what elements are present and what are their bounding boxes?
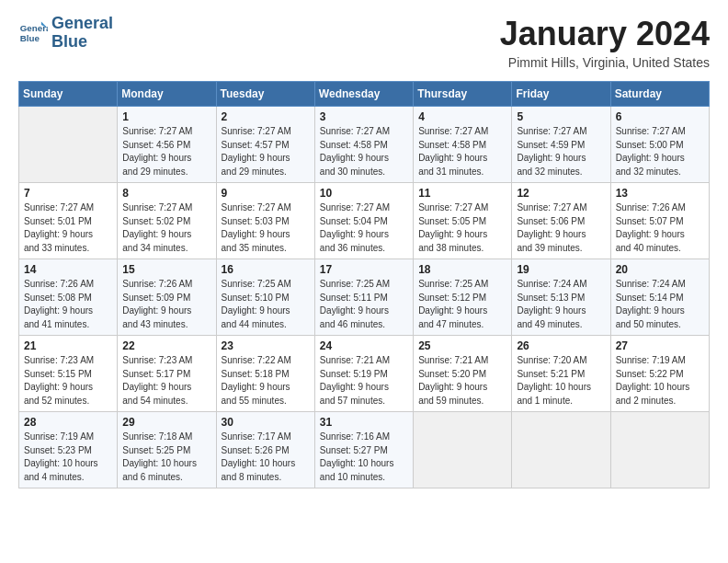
day-info: Sunrise: 7:22 AM Sunset: 5:18 PM Dayligh… — [222, 354, 310, 408]
calendar-cell: 12Sunrise: 7:27 AM Sunset: 5:06 PM Dayli… — [512, 183, 610, 259]
calendar-header: Sunday Monday Tuesday Wednesday Thursday… — [19, 82, 710, 107]
calendar-week-1: 1Sunrise: 7:27 AM Sunset: 4:56 PM Daylig… — [19, 107, 710, 183]
calendar-cell: 1Sunrise: 7:27 AM Sunset: 4:56 PM Daylig… — [118, 107, 216, 183]
day-number: 28 — [24, 416, 112, 429]
title-block: January 2024 Pimmit Hills, Virginia, Uni… — [500, 15, 710, 70]
calendar-cell: 9Sunrise: 7:27 AM Sunset: 5:03 PM Daylig… — [216, 183, 314, 259]
day-number: 6 — [616, 110, 704, 123]
calendar-cell: 31Sunrise: 7:16 AM Sunset: 5:27 PM Dayli… — [314, 412, 413, 488]
calendar-cell: 26Sunrise: 7:20 AM Sunset: 5:21 PM Dayli… — [512, 336, 610, 412]
day-info: Sunrise: 7:20 AM Sunset: 5:21 PM Dayligh… — [517, 354, 605, 408]
header-wednesday: Wednesday — [314, 82, 413, 107]
day-info: Sunrise: 7:27 AM Sunset: 5:05 PM Dayligh… — [418, 201, 506, 255]
day-info: Sunrise: 7:27 AM Sunset: 5:04 PM Dayligh… — [320, 201, 408, 255]
location: Pimmit Hills, Virginia, United States — [500, 55, 710, 70]
day-number: 23 — [222, 339, 310, 352]
day-info: Sunrise: 7:26 AM Sunset: 5:07 PM Dayligh… — [616, 201, 704, 255]
logo-line2: Blue — [51, 33, 113, 52]
day-number: 9 — [222, 187, 310, 200]
calendar-cell: 18Sunrise: 7:25 AM Sunset: 5:12 PM Dayli… — [414, 259, 512, 336]
calendar-cell: 6Sunrise: 7:27 AM Sunset: 5:00 PM Daylig… — [610, 107, 709, 183]
day-number: 19 — [517, 263, 605, 276]
day-number: 24 — [320, 339, 408, 352]
calendar-cell: 11Sunrise: 7:27 AM Sunset: 5:05 PM Dayli… — [414, 183, 512, 259]
day-info: Sunrise: 7:16 AM Sunset: 5:27 PM Dayligh… — [320, 431, 408, 484]
day-info: Sunrise: 7:21 AM Sunset: 5:19 PM Dayligh… — [320, 354, 408, 408]
header-thursday: Thursday — [414, 82, 512, 107]
day-info: Sunrise: 7:17 AM Sunset: 5:26 PM Dayligh… — [222, 431, 310, 484]
calendar-cell: 27Sunrise: 7:19 AM Sunset: 5:22 PM Dayli… — [610, 336, 709, 412]
calendar-cell: 22Sunrise: 7:23 AM Sunset: 5:17 PM Dayli… — [118, 336, 216, 412]
logo: General Blue General Blue — [18, 15, 113, 52]
header-monday: Monday — [118, 82, 216, 107]
day-number: 10 — [320, 187, 408, 200]
calendar-cell — [512, 412, 610, 488]
day-number: 8 — [122, 187, 210, 200]
calendar-cell: 14Sunrise: 7:26 AM Sunset: 5:08 PM Dayli… — [19, 259, 118, 336]
day-number: 4 — [418, 110, 506, 123]
day-number: 5 — [517, 110, 605, 123]
day-info: Sunrise: 7:26 AM Sunset: 5:08 PM Dayligh… — [24, 278, 112, 331]
day-info: Sunrise: 7:19 AM Sunset: 5:22 PM Dayligh… — [616, 354, 704, 408]
day-number: 13 — [616, 187, 704, 200]
day-number: 21 — [24, 339, 112, 352]
logo-line1: General — [51, 15, 113, 33]
day-number: 14 — [24, 263, 112, 276]
day-info: Sunrise: 7:27 AM Sunset: 5:01 PM Dayligh… — [24, 201, 112, 255]
calendar-cell: 4Sunrise: 7:27 AM Sunset: 4:58 PM Daylig… — [414, 107, 512, 183]
day-info: Sunrise: 7:25 AM Sunset: 5:12 PM Dayligh… — [418, 278, 506, 331]
day-info: Sunrise: 7:27 AM Sunset: 5:02 PM Dayligh… — [122, 201, 210, 255]
header-tuesday: Tuesday — [216, 82, 314, 107]
day-info: Sunrise: 7:24 AM Sunset: 5:14 PM Dayligh… — [616, 278, 704, 331]
day-info: Sunrise: 7:21 AM Sunset: 5:20 PM Dayligh… — [418, 354, 506, 408]
day-number: 27 — [616, 339, 704, 352]
day-number: 31 — [320, 416, 408, 429]
calendar-cell: 23Sunrise: 7:22 AM Sunset: 5:18 PM Dayli… — [216, 336, 314, 412]
svg-text:Blue: Blue — [20, 33, 40, 43]
calendar-cell: 2Sunrise: 7:27 AM Sunset: 4:57 PM Daylig… — [216, 107, 314, 183]
day-info: Sunrise: 7:18 AM Sunset: 5:25 PM Dayligh… — [122, 431, 210, 484]
header-saturday: Saturday — [610, 82, 709, 107]
day-info: Sunrise: 7:25 AM Sunset: 5:10 PM Dayligh… — [222, 278, 310, 331]
calendar-table: Sunday Monday Tuesday Wednesday Thursday… — [18, 81, 710, 488]
day-number: 29 — [122, 416, 210, 429]
day-info: Sunrise: 7:27 AM Sunset: 4:58 PM Dayligh… — [418, 125, 506, 178]
day-number: 1 — [122, 110, 210, 123]
day-number: 25 — [418, 339, 506, 352]
day-info: Sunrise: 7:27 AM Sunset: 5:06 PM Dayligh… — [517, 201, 605, 255]
calendar-cell: 25Sunrise: 7:21 AM Sunset: 5:20 PM Dayli… — [414, 336, 512, 412]
day-info: Sunrise: 7:25 AM Sunset: 5:11 PM Dayligh… — [320, 278, 408, 331]
calendar-cell: 8Sunrise: 7:27 AM Sunset: 5:02 PM Daylig… — [118, 183, 216, 259]
calendar-cell: 20Sunrise: 7:24 AM Sunset: 5:14 PM Dayli… — [610, 259, 709, 336]
calendar-cell: 24Sunrise: 7:21 AM Sunset: 5:19 PM Dayli… — [314, 336, 413, 412]
calendar-cell: 5Sunrise: 7:27 AM Sunset: 4:59 PM Daylig… — [512, 107, 610, 183]
day-info: Sunrise: 7:23 AM Sunset: 5:15 PM Dayligh… — [24, 354, 112, 408]
day-number: 18 — [418, 263, 506, 276]
logo-text: General Blue — [51, 15, 113, 52]
day-info: Sunrise: 7:27 AM Sunset: 4:57 PM Dayligh… — [222, 125, 310, 178]
day-number: 3 — [320, 110, 408, 123]
day-number: 12 — [517, 187, 605, 200]
calendar-cell: 3Sunrise: 7:27 AM Sunset: 4:58 PM Daylig… — [314, 107, 413, 183]
logo-icon: General Blue — [18, 18, 48, 48]
calendar-cell: 17Sunrise: 7:25 AM Sunset: 5:11 PM Dayli… — [314, 259, 413, 336]
calendar-cell: 15Sunrise: 7:26 AM Sunset: 5:09 PM Dayli… — [118, 259, 216, 336]
day-number: 26 — [517, 339, 605, 352]
month-title: January 2024 — [500, 15, 710, 53]
calendar-body: 1Sunrise: 7:27 AM Sunset: 4:56 PM Daylig… — [19, 107, 710, 488]
calendar-cell: 10Sunrise: 7:27 AM Sunset: 5:04 PM Dayli… — [314, 183, 413, 259]
day-info: Sunrise: 7:24 AM Sunset: 5:13 PM Dayligh… — [517, 278, 605, 331]
calendar-cell: 30Sunrise: 7:17 AM Sunset: 5:26 PM Dayli… — [216, 412, 314, 488]
day-info: Sunrise: 7:27 AM Sunset: 5:00 PM Dayligh… — [616, 125, 704, 178]
day-number: 15 — [122, 263, 210, 276]
header-friday: Friday — [512, 82, 610, 107]
day-number: 11 — [418, 187, 506, 200]
calendar-cell: 16Sunrise: 7:25 AM Sunset: 5:10 PM Dayli… — [216, 259, 314, 336]
day-info: Sunrise: 7:26 AM Sunset: 5:09 PM Dayligh… — [122, 278, 210, 331]
calendar-cell: 29Sunrise: 7:18 AM Sunset: 5:25 PM Dayli… — [118, 412, 216, 488]
day-info: Sunrise: 7:27 AM Sunset: 4:56 PM Dayligh… — [122, 125, 210, 178]
calendar-cell — [414, 412, 512, 488]
day-info: Sunrise: 7:27 AM Sunset: 4:59 PM Dayligh… — [517, 125, 605, 178]
header-row: Sunday Monday Tuesday Wednesday Thursday… — [19, 82, 710, 107]
calendar-week-3: 14Sunrise: 7:26 AM Sunset: 5:08 PM Dayli… — [19, 259, 710, 336]
